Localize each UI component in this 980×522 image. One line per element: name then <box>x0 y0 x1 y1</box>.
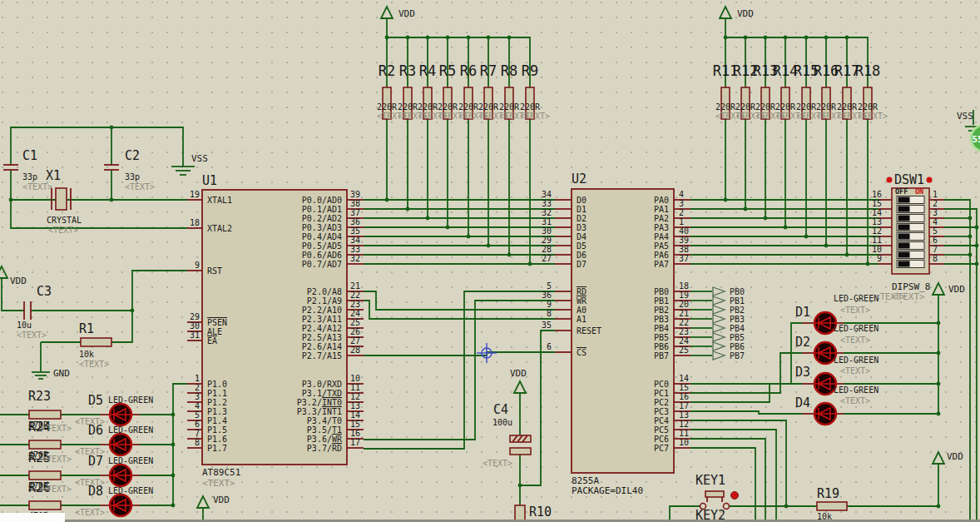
pin-num: 10 <box>872 245 882 254</box>
pin-label: PC2 <box>654 398 669 407</box>
pin-num: 4 <box>933 217 938 226</box>
pin-label: P2.7/A15 <box>302 351 342 360</box>
pin-num: 4 <box>195 401 200 410</box>
pin-label: ALE <box>207 327 222 336</box>
resistor-r19[interactable] <box>817 502 847 510</box>
text-prop: <TEXT> <box>42 455 72 464</box>
pin-label: D6 <box>577 251 587 260</box>
r1-ref: R1 <box>79 321 94 336</box>
pin-num: 23 <box>350 300 360 309</box>
ref: R3 <box>399 62 416 79</box>
pin-label: PC0 <box>654 380 669 389</box>
text-prop: <TEXT> <box>75 508 105 517</box>
pin-num: 21 <box>679 309 689 318</box>
pin-num: 35 <box>542 321 552 330</box>
terminal-label: PB3 <box>730 315 745 324</box>
part: LED-GREEN <box>834 385 879 395</box>
pin-num: 14 <box>350 410 360 420</box>
dip-toggle-1[interactable] <box>898 197 910 203</box>
value: 220R <box>755 102 776 112</box>
pin-label: RST <box>207 266 222 276</box>
dip-toggle-5[interactable] <box>898 234 910 240</box>
pin-num: 19 <box>190 190 200 199</box>
led-d6[interactable] <box>110 434 131 455</box>
dsw-off-label: OFF <box>895 187 908 196</box>
pin-num: 12 <box>872 226 882 236</box>
c2-ref: C2 <box>125 148 140 163</box>
pin-num: 13 <box>872 217 882 226</box>
pin-label: RESET <box>577 326 601 336</box>
pin-num: 4 <box>679 190 684 199</box>
terminal-label: PB7 <box>730 351 745 360</box>
pin-label: P1.1 <box>207 389 227 398</box>
pin-label: PB0 <box>654 287 669 296</box>
pin-num: 1 <box>933 190 938 199</box>
pin-num: 5 <box>933 226 938 236</box>
pin-label: PA4 <box>654 232 669 241</box>
pin-label: P0.7/AD7 <box>302 260 342 269</box>
pin-label: PC5 <box>654 425 669 435</box>
u1-part: AT89C51 <box>202 467 240 478</box>
pin-label: P1.0 <box>207 380 227 389</box>
led-d4[interactable] <box>814 403 836 425</box>
dip-toggle-7[interactable] <box>898 252 910 258</box>
actuator-icon[interactable] <box>731 492 739 500</box>
pin-num: 5 <box>195 410 200 420</box>
pin-num: 30 <box>190 321 200 331</box>
pin-label: P1.3 <box>207 407 227 416</box>
dip-toggle-4[interactable] <box>898 225 910 231</box>
pin-num: 26 <box>350 327 360 336</box>
pin-label: PA1 <box>654 205 669 214</box>
value: 220R <box>775 102 796 112</box>
led-d5[interactable] <box>110 404 131 425</box>
dip-switch-dsw1[interactable] <box>887 177 933 275</box>
value: 220R <box>499 102 520 112</box>
pin-label: PA5 <box>654 241 669 251</box>
terminal-label: PB4 <box>730 324 745 333</box>
ref: D6 <box>88 423 103 438</box>
pin-label: P0.1/AD1 <box>302 205 342 214</box>
pin-num: 2 <box>679 208 684 217</box>
pin-num: 30 <box>542 226 552 236</box>
pin-label: D1 <box>577 205 587 214</box>
pin-label: P1.2 <box>207 398 227 407</box>
pin-label: P3.2/INT0 <box>297 398 342 407</box>
pin-label: PA3 <box>654 223 669 232</box>
text-prop: <TEXT> <box>48 226 78 235</box>
led-d7[interactable] <box>110 465 131 486</box>
pin-num: 7 <box>195 429 200 438</box>
pin-num: 2 <box>195 383 200 392</box>
pin-num: 28 <box>542 245 552 254</box>
pin-num: 29 <box>190 312 200 321</box>
c2-value: 33p <box>125 172 140 181</box>
value: 220R <box>520 102 541 112</box>
pin-label: XTAL1 <box>207 196 232 205</box>
ref: D2 <box>795 335 810 350</box>
u2-package: PACKAGE=DIL40 <box>572 485 643 496</box>
text-prop: <TEXT> <box>42 424 72 433</box>
pin-label: P2.5/A13 <box>302 333 342 342</box>
pin-label: PC3 <box>654 407 669 416</box>
value: 220R <box>858 102 879 112</box>
pin-label: A0 <box>577 306 587 315</box>
pin-label: P0.0/AD0 <box>302 196 342 205</box>
pin-label: EA <box>207 336 217 346</box>
pin-num: 23 <box>679 327 689 336</box>
vss-label: VSS <box>191 153 208 164</box>
dip-toggle-6[interactable] <box>898 243 910 249</box>
value: 220R <box>418 102 438 112</box>
pin-num: 32 <box>350 254 360 263</box>
dip-toggle-3[interactable] <box>898 216 910 221</box>
pin-label: P2.6/A14 <box>302 342 342 351</box>
led-d8[interactable] <box>110 495 131 516</box>
dip-toggle-2[interactable] <box>898 206 910 212</box>
resistor-r1[interactable] <box>81 338 111 346</box>
dip-toggle-8[interactable] <box>898 261 910 267</box>
pin-num: 32 <box>542 208 552 217</box>
pin-label: P2.1/A9 <box>307 296 342 306</box>
vdd-label: VDD <box>947 451 963 462</box>
pin-num: 1 <box>679 217 684 226</box>
pin-num: 27 <box>350 336 360 346</box>
pin-num: 33 <box>542 199 552 208</box>
pin-label: A1 <box>577 315 587 324</box>
